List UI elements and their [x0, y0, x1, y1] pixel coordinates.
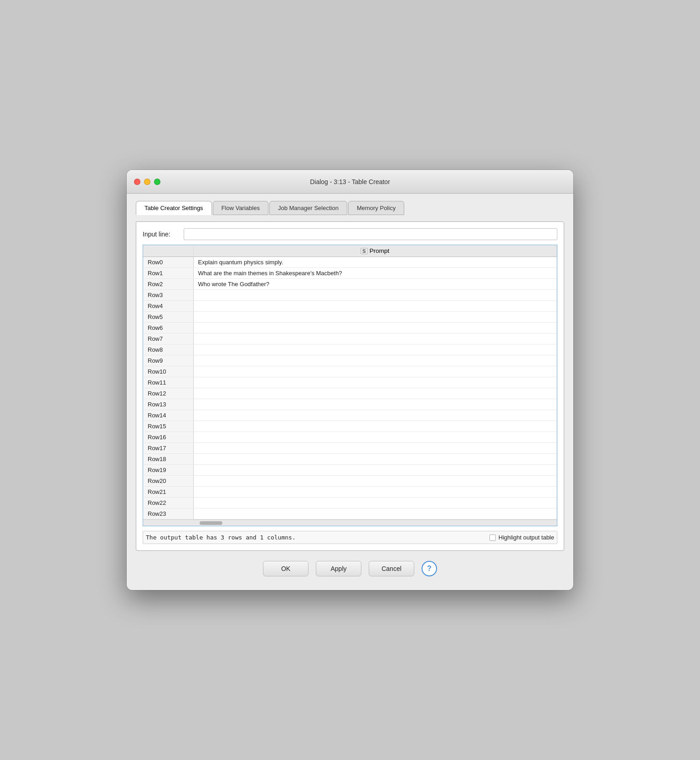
cell-data[interactable] [193, 432, 557, 443]
cell-data[interactable] [193, 334, 557, 344]
close-button[interactable] [134, 179, 140, 185]
status-text: The output table has 3 rows and 1 column… [146, 534, 296, 541]
table-row[interactable]: Row10 [143, 366, 557, 377]
cell-data[interactable] [193, 410, 557, 421]
cell-data[interactable] [193, 388, 557, 399]
row-label: Row16 [143, 432, 193, 443]
row-label: Row17 [143, 443, 193, 454]
row-label: Row5 [143, 312, 193, 323]
help-button[interactable]: ? [422, 561, 437, 576]
table-row[interactable]: Row7 [143, 334, 557, 344]
row-label: Row3 [143, 290, 193, 301]
row-label: Row11 [143, 377, 193, 388]
cell-data[interactable] [193, 290, 557, 301]
table-row[interactable]: Row11 [143, 377, 557, 388]
input-line-field[interactable] [184, 228, 557, 240]
row-label: Row10 [143, 366, 193, 377]
cell-data[interactable]: What are the main themes in Shakespeare'… [193, 268, 557, 279]
table-row[interactable]: Row15 [143, 421, 557, 432]
table-row[interactable]: Row9 [143, 355, 557, 366]
row-label: Row15 [143, 421, 193, 432]
cell-data[interactable] [193, 366, 557, 377]
cell-data[interactable] [193, 465, 557, 476]
table-inner[interactable]: SPrompt Row0Explain quantum physics simp… [143, 245, 557, 519]
titlebar: Dialog - 3:13 - Table Creator [127, 170, 573, 194]
table-row[interactable]: Row6 [143, 323, 557, 334]
row-label: Row4 [143, 301, 193, 312]
table-row[interactable]: Row8 [143, 344, 557, 355]
table-row[interactable]: Row2Who wrote The Godfather? [143, 279, 557, 290]
cell-data[interactable] [193, 399, 557, 410]
table-row[interactable]: Row14 [143, 410, 557, 421]
row-label: Row12 [143, 388, 193, 399]
tab-memory-policy[interactable]: Memory Policy [348, 201, 404, 215]
maximize-button[interactable] [154, 179, 160, 185]
row-label: Row7 [143, 334, 193, 344]
row-label: Row20 [143, 476, 193, 487]
tab-bar: Table Creator Settings Flow Variables Jo… [136, 201, 564, 215]
horizontal-scroll-thumb [200, 521, 222, 525]
table-row[interactable]: Row5 [143, 312, 557, 323]
highlight-checkbox[interactable] [489, 534, 496, 541]
row-header-empty [143, 245, 193, 257]
cell-data[interactable] [193, 508, 557, 519]
data-table: SPrompt Row0Explain quantum physics simp… [143, 245, 557, 519]
cell-data[interactable] [193, 377, 557, 388]
row-label: Row13 [143, 399, 193, 410]
horizontal-scrollbar[interactable] [143, 519, 557, 526]
table-row[interactable]: Row4 [143, 301, 557, 312]
cell-data[interactable] [193, 323, 557, 334]
tab-table-creator-settings[interactable]: Table Creator Settings [136, 201, 212, 215]
input-line-label: Input line: [143, 231, 179, 238]
s-badge: S [360, 248, 367, 254]
table-row[interactable]: Row19 [143, 465, 557, 476]
settings-panel: Input line: SPrompt [136, 221, 564, 551]
cell-data[interactable] [193, 344, 557, 355]
cell-data[interactable] [193, 487, 557, 498]
cell-data[interactable] [193, 454, 557, 465]
table-row[interactable]: Row17 [143, 443, 557, 454]
table-row[interactable]: Row3 [143, 290, 557, 301]
window-controls [134, 179, 160, 185]
table-row[interactable]: Row20 [143, 476, 557, 487]
ok-button[interactable]: OK [263, 561, 309, 576]
tab-flow-variables[interactable]: Flow Variables [213, 201, 268, 215]
row-label: Row6 [143, 323, 193, 334]
table-row[interactable]: Row21 [143, 487, 557, 498]
row-label: Row8 [143, 344, 193, 355]
table-row[interactable]: Row12 [143, 388, 557, 399]
row-label: Row1 [143, 268, 193, 279]
row-label: Row22 [143, 498, 193, 508]
cell-data[interactable] [193, 312, 557, 323]
row-label: Row0 [143, 257, 193, 268]
apply-button[interactable]: Apply [316, 561, 361, 576]
cell-data[interactable] [193, 498, 557, 508]
tab-job-manager-selection[interactable]: Job Manager Selection [269, 201, 347, 215]
cell-data[interactable] [193, 355, 557, 366]
cell-data[interactable] [193, 443, 557, 454]
table-row[interactable]: Row16 [143, 432, 557, 443]
table-row[interactable]: Row1What are the main themes in Shakespe… [143, 268, 557, 279]
table-row[interactable]: Row23 [143, 508, 557, 519]
row-label: Row19 [143, 465, 193, 476]
button-row: OK Apply Cancel ? [136, 561, 564, 581]
column-header-prompt: SPrompt [193, 245, 557, 257]
cell-data[interactable]: Who wrote The Godfather? [193, 279, 557, 290]
minimize-button[interactable] [144, 179, 150, 185]
cell-data[interactable] [193, 301, 557, 312]
dialog-window: Dialog - 3:13 - Table Creator Table Crea… [127, 170, 573, 590]
row-label: Row18 [143, 454, 193, 465]
row-label: Row9 [143, 355, 193, 366]
cell-data[interactable] [193, 476, 557, 487]
table-row[interactable]: Row18 [143, 454, 557, 465]
table-row[interactable]: Row13 [143, 399, 557, 410]
row-label: Row23 [143, 508, 193, 519]
table-row[interactable]: Row22 [143, 498, 557, 508]
cell-data[interactable]: Explain quantum physics simply. [193, 257, 557, 268]
cancel-button[interactable]: Cancel [369, 561, 414, 576]
row-label: Row2 [143, 279, 193, 290]
highlight-label: Highlight output table [499, 534, 554, 541]
table-row[interactable]: Row0Explain quantum physics simply. [143, 257, 557, 268]
main-content: Table Creator Settings Flow Variables Jo… [127, 194, 573, 590]
cell-data[interactable] [193, 421, 557, 432]
